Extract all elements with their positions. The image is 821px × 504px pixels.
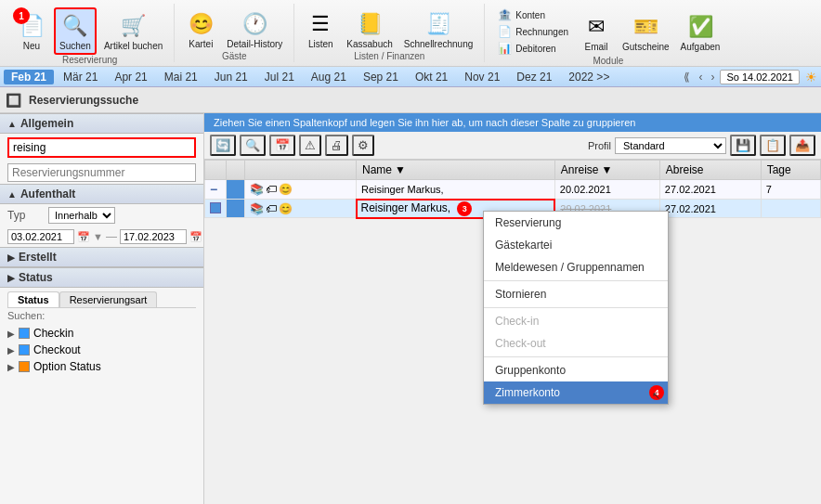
refresh-button[interactable]: 🔄 xyxy=(210,135,236,156)
copy-button[interactable]: 📋 xyxy=(760,135,786,156)
checkin-color xyxy=(19,328,30,339)
badge-4: 4 xyxy=(649,385,664,400)
month-mai21[interactable]: Mai 21 xyxy=(157,70,205,84)
section-aufenthalt[interactable]: ▲ Aufenthalt xyxy=(0,184,203,204)
month-2022[interactable]: 2022 >> xyxy=(561,70,617,84)
badge-3: 3 xyxy=(457,201,472,216)
cell-abreise-1: 27.02.2021 xyxy=(659,180,761,200)
cell-expand-2[interactable] xyxy=(205,200,227,218)
status-arrow: ▶ xyxy=(7,273,15,283)
ctx-zimmerkonto[interactable]: Zimmerkonto 4 xyxy=(484,381,668,404)
typ-select[interactable]: Innerhalb xyxy=(48,207,115,224)
profile-select[interactable]: Standard xyxy=(615,137,726,154)
email-label: Email xyxy=(585,42,608,52)
status-label: Status xyxy=(19,271,53,284)
col-anreise[interactable]: Anreise ▼ xyxy=(554,161,659,180)
search-rt-button[interactable]: 🔍 xyxy=(240,135,266,156)
listen-button[interactable]: ☰ Listen xyxy=(302,7,339,51)
calendar-to-icon[interactable]: 📅 xyxy=(189,231,202,243)
status-checkout[interactable]: ▶ Checkout xyxy=(7,342,196,358)
konten-button[interactable]: 🏦 Konten xyxy=(492,7,574,22)
detail-history-icon: 🕐 xyxy=(240,9,269,39)
table-row[interactable]: − 📚 🏷 😊 Reisinger Markus, 20.02.2021 27.… xyxy=(205,180,821,200)
status-checkin[interactable]: ▶ Checkin xyxy=(7,325,196,342)
typ-row: Typ Innerhalb xyxy=(0,204,203,226)
month-aug21[interactable]: Aug 21 xyxy=(304,70,354,84)
debitoren-button[interactable]: 📊 Debitoren xyxy=(492,41,574,56)
date-from-input[interactable] xyxy=(7,229,74,244)
kartei-icon: 😊 xyxy=(186,9,215,39)
month-sep21[interactable]: Sep 21 xyxy=(356,70,406,84)
right-toolbar: 🔄 🔍 📅 ⚠ 🖨 ⚙ Profil Standard 💾 📋 📤 xyxy=(204,132,821,160)
listen-group-label: Listen / Finanzen xyxy=(354,51,424,63)
detail-history-label: Detail-History xyxy=(227,39,282,49)
ctx-meldewesen[interactable]: Meldewesen / Gruppennamen xyxy=(484,256,668,278)
month-apr21[interactable]: Apr 21 xyxy=(107,70,154,84)
konten-label: Konten xyxy=(515,10,545,20)
nav-next[interactable]: › xyxy=(708,71,717,84)
reservierungsnummer-wrap xyxy=(0,162,203,184)
month-feb21[interactable]: Feb 21 xyxy=(4,70,54,84)
date-to-input[interactable] xyxy=(120,229,187,244)
tab-reservierungsart[interactable]: Reservierungsart xyxy=(59,291,158,307)
col-abreise[interactable]: Abreise xyxy=(659,161,761,180)
aufgaben-button[interactable]: ✅ Aufgaben xyxy=(677,10,724,54)
kartei-button[interactable]: 😊 Kartei xyxy=(182,7,219,51)
nav-prev[interactable]: ‹ xyxy=(696,71,705,84)
allgemein-arrow: ▲ xyxy=(7,119,17,129)
tab-status[interactable]: Status xyxy=(7,291,59,307)
month-mar21[interactable]: Mär 21 xyxy=(56,70,105,84)
date-separator: — xyxy=(106,230,117,243)
neu-label: Neu xyxy=(23,41,40,51)
ctx-gruppenkonto[interactable]: Gruppenkonto xyxy=(484,359,668,381)
month-jun21[interactable]: Jun 21 xyxy=(207,70,255,84)
settings-button[interactable]: ⚙ xyxy=(352,135,374,156)
calendar-from-icon[interactable]: 📅 xyxy=(77,231,90,243)
ctx-reservierung[interactable]: Reservierung xyxy=(484,212,668,234)
toolbar-group-module: 🏦 Konten 📄 Rechnungen 📊 Debitoren ✉ Emai… xyxy=(485,4,731,62)
section-status[interactable]: ▶ Status xyxy=(0,267,203,288)
ctx-gaestekartei[interactable]: Gästekartei xyxy=(484,234,668,256)
col-tage[interactable]: Tage xyxy=(761,161,820,180)
email-button[interactable]: ✉ Email xyxy=(578,10,615,54)
warning-button[interactable]: ⚠ xyxy=(299,135,321,156)
current-date: So 14.02.2021 xyxy=(720,70,800,84)
artikel-buchen-button[interactable]: 🛒 Artikel buchen xyxy=(100,9,166,53)
book-icon-1: 📚 xyxy=(250,183,264,196)
calendar-rt-button[interactable]: 📅 xyxy=(269,135,295,156)
status-option[interactable]: ▶ Option Status xyxy=(7,358,196,375)
month-nov21[interactable]: Nov 21 xyxy=(457,70,507,84)
month-okt21[interactable]: Okt 21 xyxy=(408,70,455,84)
expand-icon-1[interactable]: − xyxy=(210,182,217,197)
allgemein-search-input[interactable] xyxy=(7,137,196,158)
sun-icon: ☀ xyxy=(805,70,817,84)
col-color xyxy=(227,161,245,180)
tag-icon-2: 🏷 xyxy=(266,202,277,215)
kartei-label: Kartei xyxy=(189,39,213,49)
nav-far-prev[interactable]: ⟪ xyxy=(681,71,693,84)
month-jul21[interactable]: Jul 21 xyxy=(257,70,302,84)
detail-history-button[interactable]: 🕐 Detail-History xyxy=(223,7,286,51)
date-from-row: 📅 ▼ — 📅 ▼ xyxy=(0,226,203,247)
section-allgemein[interactable]: ▲ Allgemein xyxy=(0,113,203,134)
col-name[interactable]: Name ▼ xyxy=(357,161,555,180)
ctx-stornieren[interactable]: Stornieren xyxy=(484,283,668,305)
filter-from-icon[interactable]: ▼ xyxy=(93,231,103,242)
suchen-button[interactable]: 🔍 Suchen xyxy=(54,7,97,55)
profile-label: Profil xyxy=(588,140,611,151)
kassabuch-button[interactable]: 📒 Kassabuch xyxy=(343,7,396,51)
schnellrechnung-button[interactable]: 🧾 Schnellrechnung xyxy=(400,7,477,51)
erstellt-label: Erstellt xyxy=(19,251,57,264)
month-bar: Feb 21 Mär 21 Apr 21 Mai 21 Jun 21 Jul 2… xyxy=(0,67,821,87)
rechnungen-button[interactable]: 📄 Rechnungen xyxy=(492,24,574,39)
reservierungsnummer-input[interactable] xyxy=(7,163,196,182)
gutscheine-button[interactable]: 🎫 Gutscheine xyxy=(619,10,673,54)
month-dez21[interactable]: Dez 21 xyxy=(509,70,559,84)
export-button[interactable]: 📤 xyxy=(789,135,815,156)
results-table: Name ▼ Anreise ▼ Abreise Tage xyxy=(204,160,821,219)
section-erstellt[interactable]: ▶ Erstellt xyxy=(0,247,203,267)
aufenthalt-arrow: ▲ xyxy=(7,189,17,200)
print-button[interactable]: 🖨 xyxy=(325,135,348,156)
cell-expand-1[interactable]: − xyxy=(205,180,227,200)
save-profile-button[interactable]: 💾 xyxy=(730,135,756,156)
